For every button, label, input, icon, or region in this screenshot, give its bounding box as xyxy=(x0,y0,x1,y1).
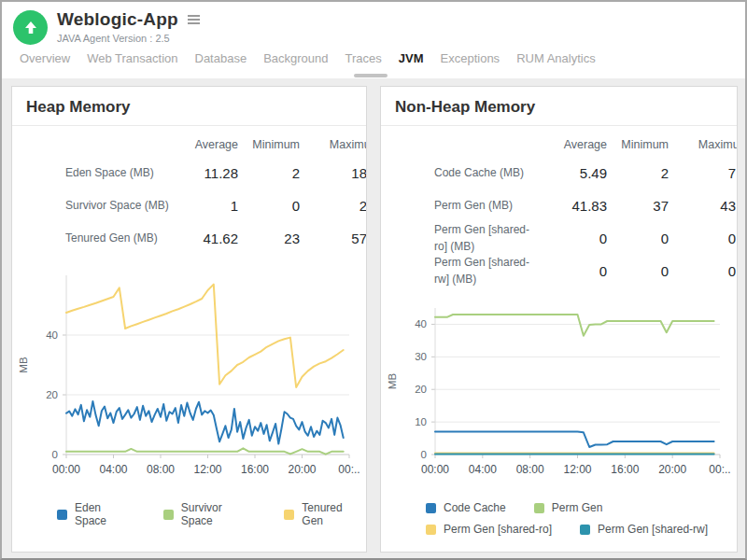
app-header: Weblogic-App JAVA Agent Version : 2.5 xyxy=(2,2,745,45)
legend-item-eden-space[interactable]: Eden Space xyxy=(57,501,135,527)
tab-exceptions[interactable]: Exceptions xyxy=(432,51,509,65)
perm-gen-shared-rw-swatch xyxy=(580,525,590,535)
horizontal-scrollbar-thumb[interactable] xyxy=(354,74,388,77)
legend-item-perm-gen-shared-rw[interactable]: Perm Gen [shared-rw] xyxy=(580,523,708,536)
table-row: Survivor Space (MB) 1 0 2 xyxy=(12,189,367,222)
metric-maximum: 0 xyxy=(682,263,738,279)
table-row: Tenured Gen (MB) 41.62 23 57 xyxy=(12,222,367,255)
column-header-minimum: Minimum xyxy=(620,138,682,151)
hamburger-menu-icon[interactable] xyxy=(186,13,202,26)
column-header-maximum: Maximum xyxy=(682,138,738,151)
svg-text:10: 10 xyxy=(415,416,427,427)
table-header-row: Average Minimum Maximum xyxy=(12,132,367,157)
legend-item-perm-gen-shared-ro[interactable]: Perm Gen [shared-ro] xyxy=(426,523,552,536)
legend-item-perm-gen[interactable]: Perm Gen xyxy=(534,501,603,514)
metric-minimum: 2 xyxy=(251,165,313,181)
survivor-space-swatch xyxy=(163,510,174,520)
column-header-average: Average xyxy=(173,138,251,151)
app-status-icon xyxy=(13,10,48,45)
heap-panel-title: Heap Memory xyxy=(26,98,353,117)
svg-text:00:00: 00:00 xyxy=(421,463,449,476)
metric-average: 0 xyxy=(542,231,620,246)
metric-minimum: 37 xyxy=(620,198,682,214)
table-row: Perm Gen [shared-rw] (MB) 0 0 0 xyxy=(381,255,738,287)
svg-text:0: 0 xyxy=(421,449,427,460)
perm-gen-swatch xyxy=(534,503,544,513)
svg-text:40: 40 xyxy=(415,318,427,329)
tab-bar: Overview Web Transaction Database Backgr… xyxy=(2,45,745,74)
svg-text:MB: MB xyxy=(18,357,29,373)
metric-label: Perm Gen [shared-rw] (MB) xyxy=(381,255,542,287)
svg-text:0: 0 xyxy=(52,449,58,460)
svg-text:40: 40 xyxy=(46,329,58,341)
svg-text:00:..: 00:.. xyxy=(338,463,359,476)
svg-text:08:00: 08:00 xyxy=(516,463,544,476)
metric-average: 11.28 xyxy=(173,165,251,181)
metric-minimum: 0 xyxy=(620,263,682,279)
metric-label: Code Cache (MB) xyxy=(381,165,542,181)
tab-overview[interactable]: Overview xyxy=(11,51,78,65)
arrow-up-icon xyxy=(22,20,39,36)
app-window: Weblogic-App JAVA Agent Version : 2.5 Ov… xyxy=(0,0,747,560)
svg-text:00:..: 00:.. xyxy=(709,463,730,476)
svg-text:30: 30 xyxy=(415,351,427,362)
svg-text:MB: MB xyxy=(387,373,398,390)
metric-average: 5.49 xyxy=(542,165,620,181)
svg-text:16:00: 16:00 xyxy=(611,463,639,476)
metric-average: 0 xyxy=(542,263,620,279)
svg-text:00:00: 00:00 xyxy=(52,463,80,476)
svg-text:04:00: 04:00 xyxy=(469,463,497,476)
svg-text:20: 20 xyxy=(46,389,58,400)
heap-metric-table: Average Minimum Maximum Eden Space (MB) … xyxy=(12,132,367,255)
metric-label: Perm Gen [shared-ro] (MB) xyxy=(381,222,542,255)
non-heap-chart-legend: Code Cache Perm Gen Perm Gen [shared-ro] xyxy=(381,501,737,536)
non-heap-metric-table: Average Minimum Maximum Code Cache (MB) … xyxy=(381,132,738,287)
non-heap-panel-title: Non-Heap Memory xyxy=(395,98,724,117)
jvm-content: Heap Memory Average Minimum Maximum Eden… xyxy=(2,78,745,558)
legend-item-survivor-space[interactable]: Survivor Space xyxy=(163,501,257,527)
non-heap-memory-chart: 01020304000:0004:0008:0012:0016:0020:000… xyxy=(381,297,737,488)
svg-text:16:00: 16:00 xyxy=(241,463,269,476)
metric-label: Tenured Gen (MB) xyxy=(12,231,173,246)
tab-jvm[interactable]: JVM xyxy=(390,51,432,65)
svg-text:12:00: 12:00 xyxy=(563,463,591,476)
tab-background[interactable]: Background xyxy=(255,51,336,65)
metric-minimum: 2 xyxy=(620,165,682,181)
metric-minimum: 0 xyxy=(251,198,313,214)
svg-text:20:00: 20:00 xyxy=(288,463,316,476)
tab-rum-analytics[interactable]: RUM Analytics xyxy=(508,51,604,65)
metric-maximum: 7 xyxy=(682,165,738,181)
perm-gen-shared-ro-swatch xyxy=(426,525,436,535)
svg-text:04:00: 04:00 xyxy=(99,463,127,476)
metric-maximum: 57 xyxy=(313,231,367,246)
tab-database[interactable]: Database xyxy=(187,51,256,65)
table-row: Eden Space (MB) 11.28 2 18 xyxy=(12,157,367,189)
column-header-average: Average xyxy=(542,138,620,151)
tenured-gen-swatch xyxy=(284,510,294,520)
metric-minimum: 0 xyxy=(620,231,682,246)
heap-memory-panel: Heap Memory Average Minimum Maximum Eden… xyxy=(11,86,367,553)
metric-maximum: 18 xyxy=(313,165,367,181)
tab-web-transaction[interactable]: Web Transaction xyxy=(78,51,186,65)
svg-text:08:00: 08:00 xyxy=(147,463,175,476)
page-title: Weblogic-App xyxy=(57,9,178,30)
svg-text:12:00: 12:00 xyxy=(193,463,221,476)
legend-item-tenured-gen[interactable]: Tenured Gen xyxy=(284,501,366,527)
table-row: Code Cache (MB) 5.49 2 7 xyxy=(381,157,738,189)
agent-version-label: JAVA Agent Version : 2.5 xyxy=(57,33,202,44)
eden-space-swatch xyxy=(57,510,67,520)
svg-text:20: 20 xyxy=(415,384,427,395)
legend-item-code-cache[interactable]: Code Cache xyxy=(426,501,506,514)
table-header-row: Average Minimum Maximum xyxy=(381,132,738,157)
metric-average: 41.83 xyxy=(542,198,620,214)
column-header-maximum: Maximum xyxy=(313,138,367,151)
horizontal-scrollbar xyxy=(2,74,745,78)
tab-traces[interactable]: Traces xyxy=(337,51,390,65)
metric-maximum: 0 xyxy=(682,231,738,246)
svg-text:20:00: 20:00 xyxy=(658,463,686,476)
code-cache-swatch xyxy=(426,503,436,513)
table-row: Perm Gen [shared-ro] (MB) 0 0 0 xyxy=(381,222,738,255)
metric-label: Eden Space (MB) xyxy=(12,165,173,181)
metric-maximum: 2 xyxy=(313,198,367,214)
metric-minimum: 23 xyxy=(251,231,313,246)
